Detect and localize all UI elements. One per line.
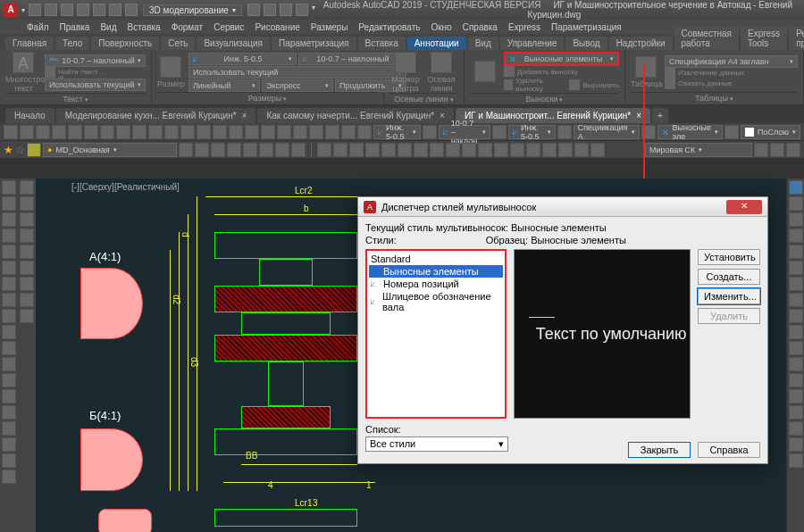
add-leader-btn[interactable]: Добавить выноску [504, 66, 619, 77]
tool-icon[interactable] [789, 373, 803, 387]
tool-icon[interactable] [789, 212, 803, 227]
tb-ic[interactable] [227, 143, 241, 157]
dimension-button[interactable]: Размер [157, 56, 185, 88]
tb-ic[interactable] [446, 143, 460, 157]
centerline-btn[interactable]: Осевая линия [425, 52, 457, 93]
wcs-dropdown[interactable]: Мировая СК [645, 143, 752, 157]
tool-icon[interactable] [2, 389, 16, 403]
rtab-visual[interactable]: Визуализация [197, 37, 269, 50]
menu-tools[interactable]: Сервис [214, 22, 244, 32]
qat-open-icon[interactable] [45, 4, 57, 16]
tool-icon[interactable] [20, 277, 34, 291]
doc-tab-start[interactable]: Начало [5, 108, 54, 123]
dimstyle1-dd[interactable]: ⟀Инж. 5-0.5 [373, 125, 421, 139]
rtab-insert[interactable]: Вставка [358, 37, 406, 50]
rtab-annotate[interactable]: Аннотации [407, 37, 466, 50]
tb-ic[interactable] [724, 125, 739, 139]
spec-dd[interactable]: Специикация А [574, 125, 640, 139]
menu-window[interactable]: Окно [431, 22, 451, 32]
remove-leader-btn[interactable]: Удалить выноску [504, 77, 564, 93]
bylayer-dd[interactable]: ПоСлою [741, 125, 800, 139]
tb-ic[interactable] [229, 125, 243, 139]
rtab-manage[interactable]: Управление [500, 37, 565, 50]
mtext-button[interactable]: A Многострочный текст [5, 52, 41, 93]
star-icon[interactable]: ★ [4, 144, 13, 156]
tool-icon[interactable] [2, 453, 16, 468]
tb-ic[interactable] [68, 125, 82, 139]
tb-ic[interactable] [180, 125, 195, 139]
tb-ic[interactable] [492, 125, 507, 139]
close-button[interactable]: Закрыть [628, 442, 691, 458]
rtab-featured[interactable]: Рекомендованные приложения [789, 27, 804, 50]
rtab-param[interactable]: Параметризация [272, 37, 356, 50]
tool-icon[interactable] [789, 357, 803, 371]
tool-icon[interactable] [789, 453, 803, 468]
tool-icon[interactable] [2, 357, 16, 371]
rtab-solid[interactable]: Тело [55, 37, 89, 50]
qat-ic2[interactable] [264, 4, 276, 16]
delete-style-button[interactable]: Удалить [698, 308, 760, 324]
tool-icon[interactable] [20, 196, 34, 211]
tb-ic[interactable] [325, 125, 339, 139]
tb-ic[interactable] [36, 125, 50, 139]
new-style-button[interactable]: Создать... [698, 269, 760, 285]
tb-ic[interactable] [381, 143, 396, 157]
dialog-titlebar[interactable]: A Диспетчер стилей мультивыносок ✕ [358, 197, 767, 217]
tb-ic[interactable] [478, 143, 492, 157]
tb-ic[interactable] [526, 143, 540, 157]
circle-tool-icon[interactable] [2, 212, 16, 227]
text-height-dropdown[interactable]: Использовать текущий [45, 79, 146, 91]
tb-ic[interactable] [100, 125, 114, 139]
dimstyle3-dd[interactable]: ⟀Инж. 5-0.5 [508, 125, 556, 139]
tb-ic[interactable] [52, 125, 66, 139]
qat-undo-icon[interactable] [109, 4, 121, 16]
menu-insert[interactable]: Вставка [127, 22, 160, 32]
close-tab-icon[interactable]: × [242, 111, 247, 121]
menu-help[interactable]: Справка [463, 22, 498, 32]
tb-ic[interactable] [132, 125, 147, 139]
doc-tab-1[interactable]: Моделирование кухн... Евгений Курицин*× [56, 108, 256, 123]
qat-save-icon[interactable] [61, 4, 73, 16]
nav-tool-icon[interactable] [789, 180, 803, 195]
tool-icon[interactable] [789, 405, 803, 420]
menu-draw[interactable]: Рисование [255, 22, 299, 32]
help-button[interactable]: Справка [698, 442, 760, 458]
doc-tab-2[interactable]: Как самому начерти... Евгений Курицин*× [257, 108, 453, 123]
tool-icon[interactable] [789, 196, 803, 211]
menu-view[interactable]: Вид [100, 22, 116, 32]
tb-ic[interactable] [317, 143, 331, 157]
tb-ic[interactable] [211, 143, 225, 157]
tool-icon[interactable] [2, 421, 16, 436]
tb-ic[interactable] [309, 125, 323, 139]
tool-icon[interactable] [789, 229, 803, 243]
list-filter-dropdown[interactable]: Все стили [365, 436, 508, 452]
tb-ic[interactable] [245, 125, 259, 139]
tb-ic[interactable] [148, 125, 163, 139]
panel-text-title[interactable]: Текст [5, 93, 146, 104]
tool-icon[interactable] [20, 212, 34, 227]
qat-ic3[interactable] [280, 4, 292, 16]
tb-ic[interactable] [357, 125, 372, 139]
qat-saveas-icon[interactable] [77, 4, 89, 16]
tool-icon[interactable] [20, 229, 34, 243]
new-doc-tab[interactable]: + [652, 108, 668, 123]
rtab-mesh[interactable]: Сеть [161, 37, 195, 50]
qat-ic4[interactable] [296, 4, 308, 16]
tb-ic[interactable] [197, 125, 211, 139]
tb-ic[interactable] [179, 143, 193, 157]
rtab-express[interactable]: Express Tools [741, 27, 787, 50]
menu-edit[interactable]: Правка [60, 22, 90, 32]
tool-icon[interactable] [789, 421, 803, 436]
tb-ic[interactable] [243, 143, 257, 157]
line-tool-icon[interactable] [2, 180, 16, 195]
align-leader-btn[interactable]: Выровнять [569, 77, 619, 93]
tool-icon[interactable] [2, 405, 16, 420]
qat-plot-icon[interactable] [93, 4, 105, 16]
style-item-positions[interactable]: ⟀Номера позиций [369, 278, 503, 290]
modify-style-button[interactable]: Изменить... [698, 288, 760, 304]
app-logo-icon[interactable]: A [4, 3, 18, 17]
layer-dropdown[interactable]: ●MD_Основная [43, 143, 177, 157]
tb-ic[interactable] [277, 125, 291, 139]
tool-icon[interactable] [2, 325, 16, 339]
tool-icon[interactable] [20, 293, 34, 307]
